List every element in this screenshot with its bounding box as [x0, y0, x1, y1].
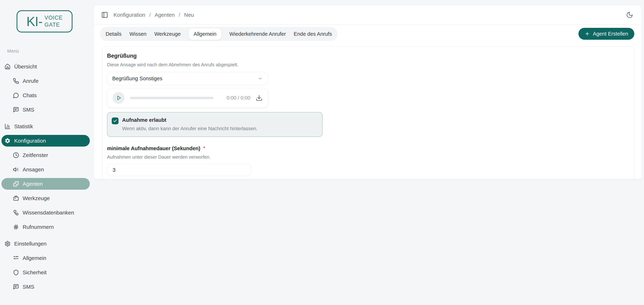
- shield-icon: [13, 270, 19, 276]
- brand-secondary: VOICE GATE: [44, 14, 63, 28]
- required-asterisk: *: [203, 146, 205, 151]
- check-icon: [113, 119, 117, 123]
- sidebar-toggle-icon[interactable]: [101, 12, 108, 18]
- toolbox-icon: [13, 195, 19, 201]
- sidebar-item-allgemein[interactable]: Allgemein: [2, 252, 90, 264]
- sidebar-item-sms-einstellungen[interactable]: SMS: [2, 281, 90, 292]
- sidebar: KI- VOICE GATE Menü Übersicht Anrufe Cha…: [0, 0, 94, 305]
- gear-outline-icon: [4, 241, 10, 247]
- breadcrumb-konfiguration[interactable]: Konfiguration: [114, 12, 145, 18]
- greeting-card: Begrüßung Diese Ansage wird nach dem Abn…: [102, 46, 634, 179]
- greeting-select[interactable]: Begrüßung Sonstiges: [107, 72, 268, 85]
- greeting-title: Begrüßung: [107, 53, 627, 59]
- tab-details[interactable]: Details: [106, 31, 122, 37]
- sidebar-item-wissensdatenbanken[interactable]: Wissensdatenbanken: [2, 207, 90, 218]
- breadcrumb-agenten[interactable]: Agenten: [154, 12, 175, 18]
- tab-wissen[interactable]: Wissen: [130, 31, 146, 37]
- panel-body: Details Wissen Werkzeuge Allgemein Wiede…: [94, 24, 642, 179]
- panel-header: Konfiguration / Agenten / Neu: [94, 6, 642, 24]
- sidebar-nav: Übersicht Anrufe Chats SMS Statistik Kon…: [0, 61, 94, 292]
- tab-ende-des-anrufs[interactable]: Ende des Anrufs: [294, 31, 332, 37]
- message-square-icon: [13, 107, 19, 113]
- tab-werkzeuge[interactable]: Werkzeuge: [154, 31, 181, 37]
- sidebar-item-werkzeuge[interactable]: Werkzeuge: [2, 192, 90, 204]
- bar-chart-icon: [4, 124, 10, 130]
- content-panel: Konfiguration / Agenten / Neu Details Wi…: [94, 6, 642, 179]
- play-button[interactable]: [112, 92, 124, 104]
- clock-icon: [13, 152, 19, 158]
- sidebar-item-uebersicht[interactable]: Übersicht: [2, 61, 90, 72]
- min-duration-label: minimale Aufnahmedauer (Sekunden) *: [107, 146, 627, 152]
- sidebar-item-ansagen[interactable]: Ansagen: [2, 164, 90, 175]
- recording-allowed-text: Aufnahme erlaubt Wenn aktiv, dann kann d…: [122, 117, 258, 132]
- recording-allowed-option[interactable]: Aufnahme erlaubt Wenn aktiv, dann kann d…: [107, 112, 322, 137]
- message-square-icon: [13, 284, 19, 290]
- breadcrumb-neu[interactable]: Neu: [184, 12, 194, 18]
- sidebar-item-rufnummern[interactable]: Rufnummern: [2, 221, 90, 233]
- sidebar-item-agenten[interactable]: Agenten: [2, 178, 90, 190]
- home-icon: [4, 64, 10, 70]
- hash-icon: [13, 224, 19, 230]
- greeting-description: Diese Ansage wird nach dem Abnehmen des …: [107, 62, 627, 68]
- brand-logo: KI- VOICE GATE: [16, 10, 72, 32]
- speaker-icon: [13, 166, 19, 172]
- puzzle-icon: [13, 181, 19, 187]
- sidebar-item-einstellungen[interactable]: Einstellungen: [2, 238, 90, 250]
- audio-time: 0:00 / 0:00: [227, 95, 250, 101]
- breadcrumb-separator: /: [179, 12, 180, 18]
- breadcrumb-separator: /: [149, 12, 151, 18]
- recording-allowed-label: Aufnahme erlaubt: [122, 117, 258, 123]
- sidebar-item-chats[interactable]: Chats: [2, 90, 90, 101]
- play-icon: [116, 96, 122, 100]
- sliders-icon: [13, 255, 19, 261]
- sidebar-item-statistik[interactable]: Statistik: [2, 120, 90, 132]
- menu-section-label: Menü: [7, 48, 94, 54]
- tab-wiederkehrende-anrufer[interactable]: Wiederkehrende Anrufer: [229, 31, 286, 37]
- create-agent-button[interactable]: Agent Erstellen: [578, 28, 634, 40]
- sidebar-item-konfiguration[interactable]: Konfiguration: [2, 135, 90, 146]
- gear-icon: [4, 138, 10, 144]
- recording-allowed-description: Wenn aktiv, dann kann der Anrufer eine N…: [122, 126, 258, 132]
- audio-progress-track[interactable]: [130, 97, 214, 99]
- min-duration-description: Aufnahmen unter dieser Dauer werden verw…: [107, 154, 627, 160]
- phone-icon: [13, 78, 19, 84]
- checkbox-checked-icon[interactable]: [112, 118, 118, 124]
- brand-primary: KI-: [26, 14, 42, 29]
- sidebar-item-sicherheit[interactable]: Sicherheit: [2, 266, 90, 278]
- dark-mode-moon-icon[interactable]: [626, 11, 633, 18]
- min-duration-input[interactable]: [107, 164, 251, 176]
- audio-player: 0:00 / 0:00: [107, 88, 268, 108]
- sidebar-item-anrufe[interactable]: Anrufe: [2, 75, 90, 87]
- chat-bubble-icon: [13, 92, 19, 98]
- greeting-select-value: Begrüßung Sonstiges: [112, 76, 162, 82]
- main-area: Konfiguration / Agenten / Neu Details Wi…: [94, 6, 642, 305]
- sidebar-item-zeitfenster[interactable]: Zeitfenster: [2, 149, 90, 161]
- toolbar-row: Details Wissen Werkzeuge Allgemein Wiede…: [100, 27, 634, 41]
- breadcrumb: Konfiguration / Agenten / Neu: [114, 12, 194, 18]
- plus-icon: [584, 31, 590, 36]
- tab-allgemein[interactable]: Allgemein: [188, 28, 222, 40]
- chevron-down-icon: [258, 76, 263, 81]
- workflow-icon: [13, 210, 19, 216]
- sidebar-item-sms-uebersicht[interactable]: SMS: [2, 104, 90, 116]
- download-icon[interactable]: [256, 94, 262, 101]
- tab-bar: Details Wissen Werkzeuge Allgemein Wiede…: [100, 27, 338, 41]
